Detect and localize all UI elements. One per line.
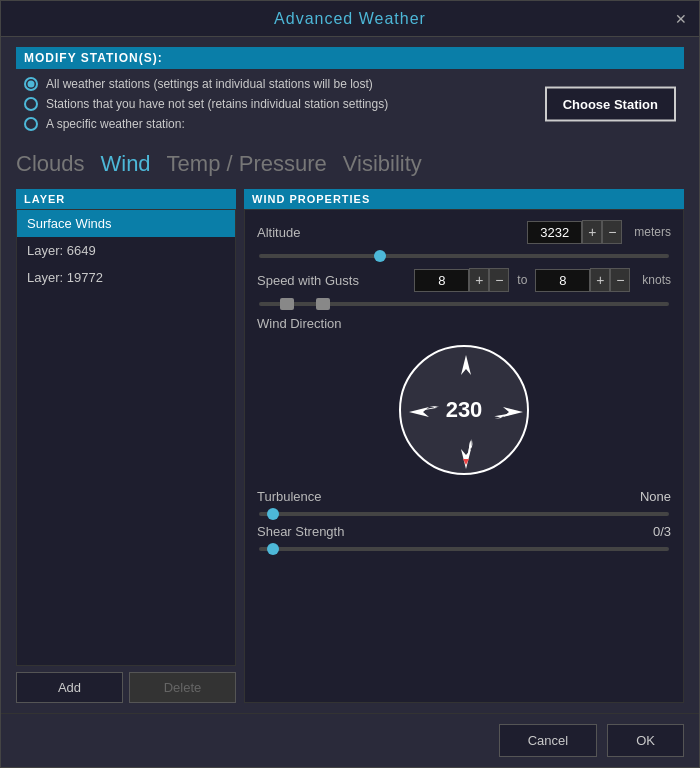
radio-not-set-circle[interactable] xyxy=(24,97,38,111)
shear-strength-row: Shear Strength 0/3 xyxy=(257,524,671,539)
turbulence-row: Turbulence None xyxy=(257,489,671,504)
tabs-row: Clouds Wind Temp / Pressure Visibility xyxy=(16,147,684,181)
main-window: Advanced Weather ✕ MODIFY STATION(S): Al… xyxy=(0,0,700,768)
choose-station-button[interactable]: Choose Station xyxy=(545,87,676,122)
turbulence-value: None xyxy=(640,489,671,504)
speed-slider-track[interactable] xyxy=(259,302,669,306)
speed-from-minus-btn[interactable]: − xyxy=(489,268,509,292)
speed-from-stepper: 8 + − xyxy=(414,268,509,292)
add-layer-button[interactable]: Add xyxy=(16,672,123,703)
layer-panel: LAYER Surface Winds Layer: 6649 Layer: 1… xyxy=(16,189,236,703)
wind-direction-row: Wind Direction xyxy=(257,316,671,331)
tab-wind[interactable]: Wind xyxy=(100,151,150,177)
altitude-row: Altitude 3232 + − meters xyxy=(257,220,671,244)
to-label: to xyxy=(517,273,527,287)
radio-all-label: All weather stations (settings at indivi… xyxy=(46,77,373,91)
speed-to-value: 8 xyxy=(535,269,590,292)
main-area: LAYER Surface Winds Layer: 6649 Layer: 1… xyxy=(16,189,684,703)
layer-panel-header: LAYER xyxy=(16,189,236,209)
altitude-unit: meters xyxy=(634,225,671,239)
speed-label: Speed with Gusts xyxy=(257,273,377,288)
turbulence-slider-thumb[interactable] xyxy=(267,508,279,520)
wind-panel: WIND PROPERTIES Altitude 3232 + − meters xyxy=(244,189,684,703)
speed-to-plus-btn[interactable]: + xyxy=(590,268,610,292)
window-title: Advanced Weather xyxy=(274,10,426,28)
arrow-north xyxy=(461,355,471,375)
speed-slider-thumb-from[interactable] xyxy=(280,298,294,310)
modify-section: MODIFY STATION(S): All weather stations … xyxy=(16,47,684,139)
layer-item-19772[interactable]: Layer: 19772 xyxy=(17,264,235,291)
arrow-ne xyxy=(493,401,520,428)
wind-props-body: Altitude 3232 + − meters xyxy=(244,209,684,703)
tab-visibility[interactable]: Visibility xyxy=(343,151,422,177)
layer-item-surface[interactable]: Surface Winds xyxy=(17,210,235,237)
speed-row: Speed with Gusts 8 + − to 8 + − xyxy=(257,268,671,292)
altitude-plus-btn[interactable]: + xyxy=(582,220,602,244)
content-area: MODIFY STATION(S): All weather stations … xyxy=(1,37,699,713)
turbulence-slider-row[interactable] xyxy=(257,512,671,516)
cancel-button[interactable]: Cancel xyxy=(499,724,597,757)
shear-strength-value: 0/3 xyxy=(653,524,671,539)
layer-list: Surface Winds Layer: 6649 Layer: 19772 xyxy=(16,209,236,666)
compass[interactable]: 230 xyxy=(399,345,529,475)
speed-from-plus-btn[interactable]: + xyxy=(469,268,489,292)
altitude-slider-row[interactable] xyxy=(257,254,671,258)
speed-slider-row[interactable] xyxy=(257,302,671,306)
direction-indicator xyxy=(463,459,469,465)
speed-to-minus-btn[interactable]: − xyxy=(610,268,630,292)
shear-strength-label: Shear Strength xyxy=(257,524,344,539)
shear-slider-row[interactable] xyxy=(257,547,671,551)
turbulence-slider-track[interactable] xyxy=(259,512,669,516)
speed-unit: knots xyxy=(642,273,671,287)
layer-item-6649[interactable]: Layer: 6649 xyxy=(17,237,235,264)
altitude-stepper: 3232 + − xyxy=(527,220,622,244)
close-button[interactable]: ✕ xyxy=(671,9,691,29)
modify-header: MODIFY STATION(S): xyxy=(16,47,684,69)
altitude-minus-btn[interactable]: − xyxy=(602,220,622,244)
altitude-slider-track[interactable] xyxy=(259,254,669,258)
radio-all-circle[interactable] xyxy=(24,77,38,91)
altitude-label: Altitude xyxy=(257,225,377,240)
speed-from-value: 8 xyxy=(414,269,469,292)
layer-buttons: Add Delete xyxy=(16,672,236,703)
wind-props-header: WIND PROPERTIES xyxy=(244,189,684,209)
footer: Cancel OK xyxy=(1,713,699,767)
compass-container: 230 xyxy=(257,345,671,475)
radio-specific-label: A specific weather station: xyxy=(46,117,185,131)
shear-slider-thumb[interactable] xyxy=(267,543,279,555)
speed-slider-thumb-to[interactable] xyxy=(316,298,330,310)
speed-to-stepper: 8 + − xyxy=(535,268,630,292)
arrow-west xyxy=(409,407,429,417)
wind-direction-label: Wind Direction xyxy=(257,316,377,331)
altitude-value: 3232 xyxy=(527,221,582,244)
delete-layer-button[interactable]: Delete xyxy=(129,672,236,703)
compass-value: 230 xyxy=(446,397,483,423)
title-bar: Advanced Weather ✕ xyxy=(1,1,699,37)
arrow-se xyxy=(455,439,482,466)
radio-not-set-label: Stations that you have not set (retains … xyxy=(46,97,388,111)
turbulence-label: Turbulence xyxy=(257,489,322,504)
tab-temp-pressure[interactable]: Temp / Pressure xyxy=(167,151,327,177)
bottom-props: Turbulence None Shear Strength 0/3 xyxy=(257,489,671,551)
shear-slider-track[interactable] xyxy=(259,547,669,551)
altitude-slider-thumb[interactable] xyxy=(374,250,386,262)
ok-button[interactable]: OK xyxy=(607,724,684,757)
tab-clouds[interactable]: Clouds xyxy=(16,151,84,177)
radio-specific-circle[interactable] xyxy=(24,117,38,131)
modify-body: All weather stations (settings at indivi… xyxy=(16,69,684,139)
